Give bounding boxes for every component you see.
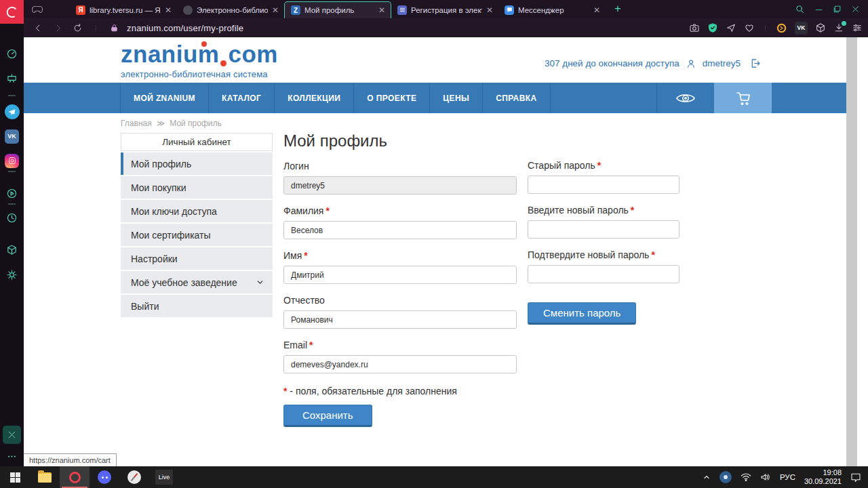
menu-item-my-institution[interactable]: Моё учебное заведение	[121, 271, 273, 293]
back-button[interactable]	[33, 23, 43, 33]
vk-extension-icon[interactable]: VK	[795, 22, 808, 35]
window-controls	[795, 0, 868, 18]
file-explorer-button[interactable]	[30, 466, 60, 488]
more-icon[interactable]	[0, 447, 24, 465]
bookmark-heart-icon[interactable]	[744, 22, 755, 33]
reload-button[interactable]	[73, 23, 83, 33]
forward-button[interactable]	[53, 23, 63, 33]
pinned-tool-icon[interactable]	[3, 426, 21, 444]
confirm-password-label: Подтвердите новый пароль*	[528, 249, 679, 260]
tab-library-tversu[interactable]: Я library.tversu.ru — Яндекс: ✕	[70, 1, 177, 18]
menu-item-label: Мои ключи доступа	[131, 206, 217, 217]
lock-icon[interactable]	[110, 24, 119, 33]
required-asterisk: *	[304, 250, 307, 261]
discord-button[interactable]	[90, 466, 119, 488]
breadcrumb-home[interactable]: Главная	[121, 119, 152, 128]
gx-corner-icon[interactable]	[29, 2, 45, 16]
live-app-button[interactable]: Live	[149, 466, 179, 488]
history-clock-icon[interactable]	[0, 209, 24, 226]
send-to-device-icon[interactable]	[726, 22, 736, 33]
tab-registration[interactable]: Регистрация в электронн ✕	[391, 1, 498, 18]
tab-title: Мессенджер	[518, 6, 589, 14]
email-field[interactable]	[283, 355, 517, 373]
wifi-icon[interactable]	[741, 472, 751, 482]
easel-icon[interactable]	[0, 69, 24, 87]
telegram-icon[interactable]	[0, 103, 24, 121]
tab-close-icon[interactable]: ✕	[377, 5, 387, 15]
vk-icon[interactable]: VK	[0, 127, 24, 145]
instagram-icon[interactable]	[0, 152, 24, 169]
language-indicator[interactable]: РУС	[780, 473, 795, 481]
email-label: Email*	[283, 340, 517, 350]
play-circle-icon[interactable]	[0, 184, 24, 202]
addons-cube-icon[interactable]	[815, 22, 826, 33]
middlename-field[interactable]	[283, 310, 517, 329]
speed-dial-icon[interactable]	[0, 45, 24, 62]
screenshot-camera-icon[interactable]	[689, 22, 700, 33]
login-field[interactable]	[283, 176, 517, 195]
save-button[interactable]: Сохранить	[283, 405, 372, 427]
tab-messenger[interactable]: Мессенджер ✕	[498, 1, 606, 18]
steam-icon[interactable]	[719, 471, 732, 483]
cart-button[interactable]	[714, 83, 772, 113]
tab-close-icon[interactable]: ✕	[271, 5, 280, 15]
nav-item-about[interactable]: О ПРОЕКТЕ	[354, 83, 430, 113]
site-logo[interactable]: znanium com электронно-библиотечная сист…	[121, 41, 278, 79]
menu-item-my-profile[interactable]: Мой профиль	[121, 152, 273, 175]
sidebar-setup-tuner-icon[interactable]	[852, 22, 863, 33]
change-password-button[interactable]: Сменить пароль	[528, 302, 636, 325]
browser-compass-button[interactable]	[119, 466, 149, 488]
protect-shield-icon[interactable]	[707, 22, 718, 33]
menu-item-my-access-keys[interactable]: Мои ключи доступа	[121, 200, 273, 222]
opera-gx-logo-icon[interactable]	[0, 0, 24, 24]
extension-ring-icon[interactable]	[776, 22, 787, 34]
new-tab-button[interactable]: +	[610, 1, 625, 16]
nav-item-catalog[interactable]: КАТАЛОГ	[209, 83, 275, 113]
opera-gx-taskbar-button[interactable]	[60, 466, 90, 488]
firstname-label: Имя*	[283, 250, 517, 261]
address-menu-dots-icon[interactable]	[92, 24, 99, 32]
menu-item-settings[interactable]: Настройки	[121, 247, 273, 270]
accessibility-eye-button[interactable]	[656, 83, 714, 113]
tab-close-icon[interactable]: ✕	[592, 5, 601, 15]
menu-item-my-certificates[interactable]: Мои сертификаты	[121, 224, 273, 246]
folder-icon	[38, 472, 52, 483]
logout-icon[interactable]	[749, 58, 761, 69]
menu-item-logout[interactable]: Выйти	[121, 295, 273, 317]
tab-my-profile-active[interactable]: Z Мой профиль ✕	[284, 1, 391, 18]
extensions-cube-icon[interactable]	[0, 241, 24, 258]
tab-ebs[interactable]: Электронно-библиотечн ✕	[177, 1, 284, 18]
username-link[interactable]: dmetrey5	[703, 58, 741, 68]
downloads-icon[interactable]	[833, 22, 844, 33]
old-password-field[interactable]	[528, 176, 679, 194]
minimize-button[interactable]	[814, 5, 823, 14]
new-password-field[interactable]	[528, 220, 679, 239]
tab-close-icon[interactable]: ✕	[485, 5, 494, 15]
tray-expand-icon[interactable]	[703, 473, 711, 481]
opera-gx-icon	[69, 472, 81, 483]
nav-item-my-znanium[interactable]: МОЙ ZNANIUM	[121, 83, 209, 113]
logo-red-dot	[220, 60, 226, 66]
menu-item-my-purchases[interactable]: Мои покупки	[121, 176, 273, 199]
yandex-favicon: Я	[76, 5, 85, 15]
confirm-password-field[interactable]	[528, 265, 679, 283]
nav-item-collections[interactable]: КОЛЛЕКЦИИ	[275, 83, 354, 113]
close-window-button[interactable]	[851, 5, 860, 14]
tab-close-icon[interactable]: ✕	[163, 5, 173, 15]
nav-right-pad	[772, 83, 857, 113]
lastname-field[interactable]	[283, 221, 517, 239]
action-center-icon[interactable]	[850, 472, 861, 483]
maximize-button[interactable]	[833, 5, 842, 14]
tab-search-icon[interactable]	[795, 4, 805, 14]
nav-item-help[interactable]: СПРАВКА	[483, 83, 550, 113]
start-button[interactable]	[0, 466, 30, 488]
firstname-field[interactable]	[283, 266, 517, 284]
login-label: Логин	[283, 161, 517, 171]
settings-gear-icon[interactable]	[0, 266, 24, 283]
url-text[interactable]: znanium.com/user/my-profile	[127, 23, 243, 33]
nav-item-prices[interactable]: ЦЕНЫ	[430, 83, 483, 113]
clock[interactable]: 19:08 30.09.2021	[804, 468, 842, 486]
nav-left-pad	[24, 83, 121, 113]
page-scrollbar[interactable]	[846, 37, 857, 466]
volume-icon[interactable]	[760, 472, 771, 482]
